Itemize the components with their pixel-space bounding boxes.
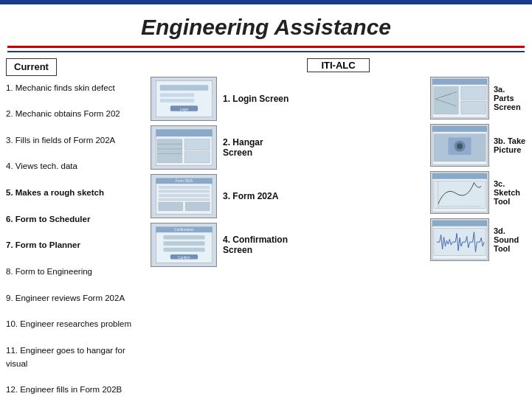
step-7: 7. Form to Planner xyxy=(6,239,146,252)
svg-point-50 xyxy=(457,143,463,149)
svg-rect-11 xyxy=(184,139,210,150)
left-screens: Login 1. Login Screen xyxy=(151,77,426,399)
right-label-parts: 3a. PartsScreen xyxy=(494,85,526,111)
svg-rect-59 xyxy=(432,221,487,226)
step-6: 6. Form to Scheduler xyxy=(6,213,146,226)
svg-rect-23 xyxy=(158,198,209,201)
step-5: 5. Makes a rough sketch xyxy=(6,187,146,200)
svg-rect-10 xyxy=(157,139,182,163)
step-3: 3. Fills in fields of Form 202A xyxy=(6,134,146,148)
right-label-sound: 3d. SoundTool xyxy=(494,226,526,253)
screen-thumb-sketch xyxy=(430,171,489,214)
step-12: 12. Engineer fills in Form 202B xyxy=(6,384,146,397)
right-label-picture: 3b. TakePicture xyxy=(494,136,525,154)
page-wrapper: Engineering Assistance Current 1. Mechan… xyxy=(0,0,532,399)
screen-label-confirmation: 4. ConfirmationScreen xyxy=(223,235,288,255)
right-screen-row-picture: 3b. TakePicture xyxy=(430,124,526,167)
svg-rect-9 xyxy=(156,130,213,136)
right-column: ITI-ALC xyxy=(151,58,526,399)
svg-rect-3 xyxy=(159,94,194,97)
screen-thumb-hangar xyxy=(151,125,217,170)
screen-row-confirmation: Confirmation Confirm 4. ConfirmationScre… xyxy=(151,223,426,267)
screen-thumb-form202a: Form 202A xyxy=(151,174,217,218)
svg-rect-38 xyxy=(434,86,458,114)
svg-text:Confirm: Confirm xyxy=(178,256,190,260)
right-label-sketch: 3c. SketchTool xyxy=(494,179,526,206)
step-4: 4. Views tech. data xyxy=(6,160,146,173)
screen-thumb-parts xyxy=(430,77,489,119)
screens-grid: Login 1. Login Screen xyxy=(151,77,526,399)
blue-divider xyxy=(7,51,525,52)
svg-rect-39 xyxy=(461,86,486,100)
screen-thumb-picture xyxy=(430,124,489,167)
svg-rect-24 xyxy=(158,202,182,210)
step-10: 10. Engineer researches problem xyxy=(6,318,146,331)
step-11: 11. Engineer goes to hangar for visual xyxy=(6,344,146,371)
right-screen-row-sound: 3d. SoundTool xyxy=(430,218,526,261)
screen-row-form202a: Form 202A 3. Form 202A xyxy=(151,174,426,218)
svg-rect-32 xyxy=(163,248,204,252)
step-2: 2. Mechanic obtains Form 202 xyxy=(6,108,146,121)
svg-text:Confirmation: Confirmation xyxy=(174,228,194,232)
svg-rect-31 xyxy=(163,241,204,246)
screen-label-form202a: 3. Form 202A xyxy=(223,191,282,201)
content-area: Current 1. Mechanic finds skin defect 2.… xyxy=(0,58,532,399)
screen-row-login: Login 1. Login Screen xyxy=(151,77,426,121)
screen-thumb-login: Login xyxy=(151,77,217,121)
svg-rect-21 xyxy=(158,190,209,193)
svg-rect-37 xyxy=(432,79,487,85)
step-9: 9. Engineer reviews Form 202A xyxy=(6,292,146,305)
right-screen-row-parts: 3a. PartsScreen xyxy=(430,77,526,119)
page-title: Engineering Assistance xyxy=(141,15,391,39)
iti-alc-badge: ITI-ALC xyxy=(307,58,369,72)
screen-label-hangar: 2. HangarScreen xyxy=(223,137,282,158)
svg-rect-2 xyxy=(159,85,207,90)
screen-thumb-sound xyxy=(430,218,489,261)
right-screen-row-sketch: 3c. SketchTool xyxy=(430,171,526,214)
svg-rect-4 xyxy=(159,99,194,103)
right-screens: 3a. PartsScreen xyxy=(430,77,526,399)
svg-rect-53 xyxy=(432,173,487,179)
steps-list: 1. Mechanic finds skin defect 2. Mechani… xyxy=(6,82,146,400)
step-1: 1. Mechanic finds skin defect xyxy=(6,82,146,95)
screen-thumb-confirmation: Confirmation Confirm xyxy=(151,223,217,267)
step-8: 8. Form to Engineering xyxy=(6,266,146,279)
svg-text:Login: Login xyxy=(179,108,188,111)
screen-label-login: 1. Login Screen xyxy=(223,94,289,104)
svg-rect-40 xyxy=(461,101,486,114)
title-section: Engineering Assistance xyxy=(0,4,532,46)
svg-rect-30 xyxy=(163,235,204,240)
svg-rect-46 xyxy=(432,126,487,132)
svg-rect-20 xyxy=(158,186,209,189)
iti-alc-header: ITI-ALC xyxy=(151,58,526,72)
svg-rect-25 xyxy=(185,202,210,210)
svg-text:Form 202A: Form 202A xyxy=(175,179,193,183)
screen-row-hangar: 2. HangarScreen xyxy=(151,125,426,170)
left-column: Current 1. Mechanic finds skin defect 2.… xyxy=(6,58,146,399)
red-divider xyxy=(7,46,525,48)
svg-rect-22 xyxy=(158,194,209,197)
svg-rect-12 xyxy=(184,152,210,163)
current-badge: Current xyxy=(6,58,57,76)
